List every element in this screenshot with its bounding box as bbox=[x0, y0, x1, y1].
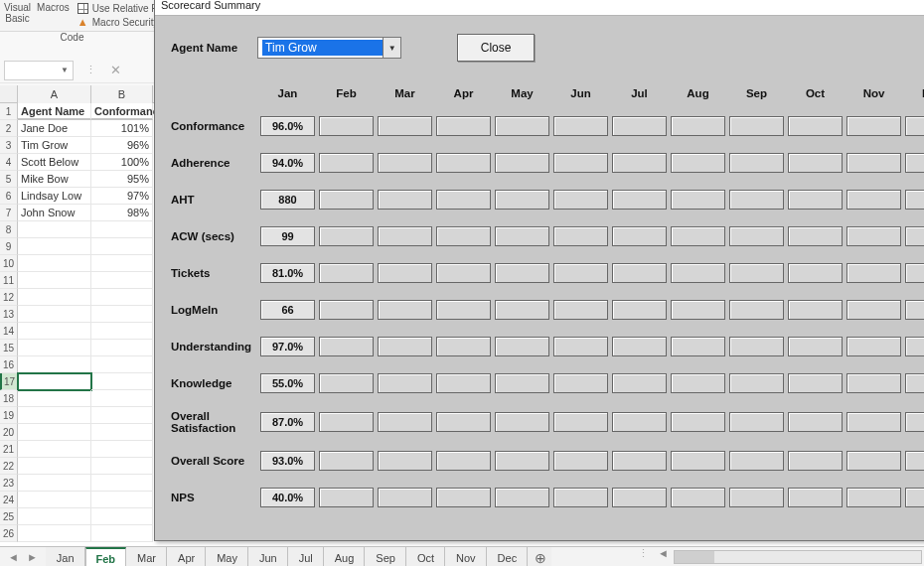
cell[interactable] bbox=[91, 356, 153, 373]
cell[interactable] bbox=[91, 289, 153, 306]
sheet-tab[interactable]: Apr bbox=[167, 547, 206, 566]
cell[interactable]: 97% bbox=[91, 188, 153, 205]
sheet-tab[interactable]: May bbox=[206, 547, 248, 566]
cell[interactable] bbox=[18, 289, 91, 306]
row-header[interactable]: 14 bbox=[0, 323, 18, 340]
cell[interactable]: Scott Below bbox=[18, 154, 91, 171]
cell[interactable] bbox=[91, 373, 153, 390]
cell[interactable] bbox=[91, 458, 153, 475]
row-header[interactable]: 13 bbox=[0, 306, 18, 323]
row-header[interactable]: 16 bbox=[0, 356, 18, 373]
cell[interactable]: 98% bbox=[91, 205, 153, 221]
tab-nav[interactable]: ◄ ► bbox=[0, 547, 46, 566]
cell[interactable] bbox=[91, 492, 153, 508]
add-sheet-button[interactable]: ⊕ bbox=[528, 547, 551, 566]
row-header[interactable]: 2 bbox=[0, 120, 18, 137]
cell[interactable] bbox=[91, 407, 153, 424]
sheet-tab[interactable]: Aug bbox=[324, 547, 366, 566]
horizontal-scrollbar[interactable] bbox=[674, 550, 922, 564]
cell[interactable]: Lindsay Low bbox=[18, 188, 91, 205]
sheet-tab[interactable]: Sep bbox=[365, 547, 406, 566]
cell[interactable]: 95% bbox=[91, 171, 153, 188]
scroll-thumb[interactable] bbox=[675, 551, 714, 563]
cell[interactable]: Tim Grow bbox=[18, 137, 91, 154]
row-header[interactable]: 15 bbox=[0, 340, 18, 356]
cell[interactable] bbox=[91, 441, 153, 458]
cell[interactable] bbox=[91, 272, 153, 289]
cell[interactable] bbox=[91, 238, 153, 255]
cell[interactable] bbox=[91, 475, 153, 492]
cell[interactable] bbox=[91, 424, 153, 441]
cell[interactable] bbox=[91, 340, 153, 356]
row-header[interactable]: 19 bbox=[0, 407, 18, 424]
name-box[interactable]: ▼ bbox=[4, 61, 74, 80]
sheet-tab[interactable]: Jun bbox=[248, 547, 288, 566]
row-header[interactable]: 1 bbox=[0, 103, 18, 120]
row-header[interactable]: 11 bbox=[0, 272, 18, 289]
row-header[interactable]: 25 bbox=[0, 508, 18, 525]
cell[interactable] bbox=[18, 272, 91, 289]
row-header[interactable]: 26 bbox=[0, 525, 18, 542]
row-header[interactable]: 22 bbox=[0, 458, 18, 475]
cell[interactable]: Agent Name bbox=[18, 103, 91, 120]
row-header[interactable]: 5 bbox=[0, 171, 18, 188]
sheet-tab[interactable]: Feb bbox=[85, 547, 127, 566]
cell[interactable] bbox=[91, 255, 153, 272]
cell[interactable] bbox=[91, 306, 153, 323]
agent-name-dropdown[interactable]: Tim Grow ▼ bbox=[257, 37, 401, 59]
chevron-right-icon[interactable]: ► bbox=[27, 551, 38, 563]
sheet-tab[interactable]: Mar bbox=[126, 547, 167, 566]
row-header[interactable]: 23 bbox=[0, 475, 18, 492]
cell[interactable] bbox=[18, 356, 91, 373]
cell[interactable] bbox=[18, 323, 91, 340]
sheet-tab[interactable]: Oct bbox=[406, 547, 445, 566]
cell[interactable] bbox=[18, 221, 91, 238]
chevron-left-icon[interactable]: ◄ bbox=[655, 547, 672, 566]
cell[interactable] bbox=[18, 255, 91, 272]
row-header[interactable]: 18 bbox=[0, 390, 18, 407]
cell[interactable] bbox=[18, 525, 91, 542]
use-relative-references[interactable]: Use Relative Re bbox=[77, 3, 164, 14]
sheet-tab[interactable]: Jan bbox=[46, 547, 85, 566]
row-header[interactable]: 8 bbox=[0, 221, 18, 238]
cell[interactable]: 100% bbox=[91, 154, 153, 171]
row-header[interactable]: 21 bbox=[0, 441, 18, 458]
cell[interactable] bbox=[91, 323, 153, 340]
cell[interactable] bbox=[18, 458, 91, 475]
row-header[interactable]: 7 bbox=[0, 205, 18, 221]
cancel-formula-icon[interactable]: ✕ bbox=[110, 63, 121, 77]
macro-security[interactable]: ▲ Macro Security bbox=[77, 16, 164, 28]
cell[interactable] bbox=[18, 407, 91, 424]
col-header-a[interactable]: A bbox=[18, 85, 91, 103]
cell[interactable] bbox=[18, 340, 91, 356]
cell[interactable] bbox=[18, 306, 91, 323]
row-header[interactable]: 6 bbox=[0, 188, 18, 205]
sheet-tab[interactable]: Dec bbox=[487, 547, 529, 566]
cell[interactable] bbox=[18, 475, 91, 492]
cell[interactable] bbox=[18, 492, 91, 508]
row-header[interactable]: 12 bbox=[0, 289, 18, 306]
cell[interactable] bbox=[91, 221, 153, 238]
cell[interactable]: Jane Doe bbox=[18, 120, 91, 137]
cell[interactable] bbox=[91, 390, 153, 407]
cell[interactable] bbox=[91, 525, 153, 542]
chevron-left-icon[interactable]: ◄ bbox=[8, 551, 19, 563]
ribbon-visual-basic[interactable]: Visual Basic bbox=[4, 2, 31, 24]
close-button[interactable]: Close bbox=[457, 34, 535, 62]
cell[interactable] bbox=[18, 390, 91, 407]
select-all-corner[interactable] bbox=[0, 85, 18, 103]
cell[interactable]: Conformance bbox=[91, 103, 153, 120]
cell[interactable] bbox=[91, 508, 153, 525]
row-header[interactable]: 10 bbox=[0, 255, 18, 272]
tab-split-handle[interactable]: ⋮ bbox=[638, 547, 649, 566]
row-header[interactable]: 20 bbox=[0, 424, 18, 441]
ribbon-macros[interactable]: Macros bbox=[37, 2, 70, 13]
row-header[interactable]: 9 bbox=[0, 238, 18, 255]
row-header[interactable]: 17 bbox=[0, 373, 18, 390]
sheet-tab[interactable]: Nov bbox=[445, 547, 487, 566]
cell[interactable] bbox=[18, 508, 91, 525]
cell[interactable] bbox=[18, 238, 91, 255]
cell[interactable]: 96% bbox=[91, 137, 153, 154]
sheet-tab[interactable]: Jul bbox=[288, 547, 324, 566]
row-header[interactable]: 3 bbox=[0, 137, 18, 154]
